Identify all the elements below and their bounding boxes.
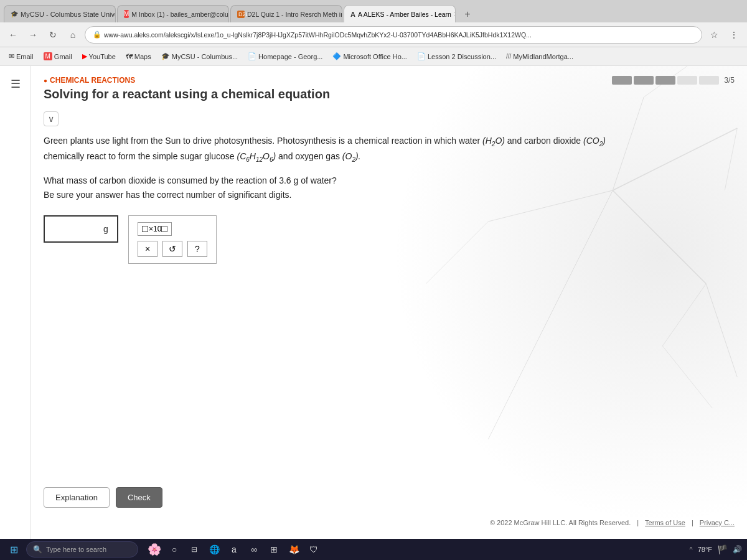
footer-privacy-link[interactable]: Privacy C... bbox=[700, 519, 735, 526]
bookmark-email[interactable]: ✉ Email bbox=[5, 51, 37, 62]
answer-section: g ×10 × ↺ ? bbox=[44, 215, 735, 264]
mymidland-icon: /// bbox=[506, 53, 511, 60]
taskbar-chevron[interactable]: ^ bbox=[689, 546, 692, 553]
tab-label-gmail: M Inbox (1) - bailes_amber@colum bbox=[131, 11, 229, 18]
mycsu-icon: 🎓 bbox=[161, 52, 170, 60]
tab-close-aleks[interactable]: ✕ bbox=[454, 11, 456, 17]
tab-label-d2l: D2L Quiz 1 - Intro Resrch Meth in Cl bbox=[247, 11, 342, 18]
bookmark-email-label: Email bbox=[16, 53, 34, 60]
footer-terms-link[interactable]: Terms of Use bbox=[645, 519, 685, 526]
help-button[interactable]: ? bbox=[187, 241, 207, 257]
taskbar-item-infinity[interactable]: ∞ bbox=[245, 541, 263, 558]
bookmarks-bar: ✉ Email M Gmail ▶ YouTube 🗺 Maps 🎓 MyCSU… bbox=[0, 47, 747, 66]
back-button[interactable]: ← bbox=[5, 27, 21, 43]
taskbar: ⊞ 🔍 Type here to search 🌸 ○ ⊟ 🌐 a ∞ ⊞ 🦊 … bbox=[0, 539, 747, 560]
bookmark-lesson2[interactable]: 📄 Lesson 2 Discussion... bbox=[413, 51, 500, 62]
tab-d2l[interactable]: D2L D2L Quiz 1 - Intro Resrch Meth in Cl… bbox=[230, 5, 342, 22]
answer-input-group: g bbox=[44, 215, 118, 243]
tab-bar: 🎓 MyCSU - Columbus State Univers ✕ M M I… bbox=[0, 0, 747, 22]
taskbar-item-edge[interactable]: 🌐 bbox=[205, 541, 223, 558]
question-line1: What mass of carbon dioxide is consumed … bbox=[44, 175, 337, 185]
tab-aleks[interactable]: A A ALEKS - Amber Bailes - Learn ✕ bbox=[344, 5, 456, 22]
tab-mycsu[interactable]: 🎓 MyCSU - Columbus State Univers ✕ bbox=[4, 5, 116, 22]
problem-text: Green plants use light from the Sun to d… bbox=[44, 134, 735, 165]
bookmark-mycsu-label: MyCSU - Columbus... bbox=[172, 53, 238, 60]
oxygen-formula: (O2). bbox=[342, 151, 361, 161]
answer-unit: g bbox=[103, 224, 108, 234]
footer-separator: | bbox=[637, 519, 639, 526]
svg-line-5 bbox=[706, 284, 737, 377]
refresh-button[interactable]: ↻ bbox=[45, 27, 61, 43]
bookmark-mycsu[interactable]: 🎓 MyCSU - Columbus... bbox=[157, 51, 242, 62]
taskbar-item-shield[interactable]: 🛡 bbox=[305, 541, 322, 558]
taskbar-search-box[interactable]: 🔍 Type here to search bbox=[26, 541, 138, 558]
email-icon: ✉ bbox=[9, 52, 14, 60]
homepage-icon: 📄 bbox=[248, 52, 256, 60]
water-formula: (H2O) bbox=[482, 136, 505, 146]
x10-button[interactable]: ×10 bbox=[138, 222, 172, 236]
section-label-text: CHEMICAL REACTIONS bbox=[50, 76, 135, 85]
tab-favicon-gmail: M bbox=[124, 10, 129, 18]
footer-separator2: | bbox=[692, 519, 693, 526]
bookmark-mymidland[interactable]: /// MyMidlandMortga... bbox=[502, 52, 577, 62]
bookmark-homepage[interactable]: 📄 Homepage - Georg... bbox=[244, 51, 326, 62]
check-button[interactable]: Check bbox=[116, 487, 162, 508]
bookmark-maps-label: Maps bbox=[134, 53, 151, 60]
progress-seg-5 bbox=[699, 76, 719, 85]
bookmark-lesson2-label: Lesson 2 Discussion... bbox=[428, 53, 496, 60]
taskbar-item-circle[interactable]: ○ bbox=[166, 541, 183, 558]
taskbar-item-animal[interactable]: 🦊 bbox=[285, 541, 303, 558]
url-bar[interactable]: 🔒 www-awu.aleks.com/alekscgi/x/lsl.exe/1… bbox=[85, 26, 702, 44]
youtube-icon: ▶ bbox=[82, 52, 87, 60]
tab-favicon-d2l: D2L bbox=[237, 11, 245, 18]
taskbar-items: 🌸 ○ ⊟ 🌐 a ∞ ⊞ 🦊 🛡 bbox=[146, 541, 322, 558]
undo-button[interactable]: ↺ bbox=[162, 241, 182, 257]
bookmark-youtube-label: YouTube bbox=[89, 53, 116, 60]
bookmark-mymidland-label: MyMidlandMortga... bbox=[513, 53, 573, 60]
problem-line1: Green plants use light from the Sun to d… bbox=[44, 136, 482, 146]
windows-start-button[interactable]: ⊞ bbox=[5, 541, 22, 558]
forward-button[interactable]: → bbox=[25, 27, 41, 43]
bookmark-homepage-label: Homepage - Georg... bbox=[258, 53, 322, 60]
question-text: What mass of carbon dioxide is consumed … bbox=[44, 174, 735, 203]
explanation-button[interactable]: Explanation bbox=[44, 487, 110, 508]
new-tab-button[interactable]: + bbox=[459, 6, 476, 22]
tab-favicon-mycsu: 🎓 bbox=[11, 11, 18, 18]
page-title: Solving for a reactant using a chemical … bbox=[44, 87, 735, 101]
progress-seg-2 bbox=[634, 76, 654, 85]
maps-icon: 🗺 bbox=[126, 53, 133, 60]
taskbar-item-flower[interactable]: 🌸 bbox=[146, 541, 163, 558]
svg-line-8 bbox=[662, 346, 712, 408]
collapse-button[interactable]: ∨ bbox=[44, 111, 59, 126]
bookmark-gmail-label: Gmail bbox=[54, 53, 72, 60]
lesson2-icon: 📄 bbox=[417, 52, 426, 60]
tab-label-aleks: A ALEKS - Amber Bailes - Learn bbox=[358, 11, 451, 18]
bookmark-button[interactable]: ☆ bbox=[706, 27, 722, 43]
svg-line-7 bbox=[662, 284, 706, 346]
bookmark-maps[interactable]: 🗺 Maps bbox=[122, 52, 155, 62]
footer-copyright: © 2022 McGraw Hill LLC. All Rights Reser… bbox=[490, 519, 631, 526]
bookmark-gmail[interactable]: M Gmail bbox=[40, 51, 76, 62]
progress-bar-container: 3/5 bbox=[612, 76, 735, 85]
tab-label-mycsu: MyCSU - Columbus State Univers bbox=[21, 11, 116, 18]
svg-line-6 bbox=[488, 315, 550, 439]
home-button[interactable]: ⌂ bbox=[65, 27, 81, 43]
math-tool-row-1: ×10 bbox=[138, 222, 207, 236]
and-carbon-dioxide: and carbon dioxide bbox=[507, 136, 583, 146]
bookmark-youtube[interactable]: ▶ YouTube bbox=[78, 51, 120, 62]
taskbar-speaker[interactable]: 🔊 bbox=[733, 545, 742, 554]
taskbar-item-windows-grid[interactable]: ⊞ bbox=[265, 541, 283, 558]
msoffice-icon: 🔷 bbox=[332, 52, 341, 60]
taskbar-item-letter-a[interactable]: a bbox=[225, 541, 243, 558]
address-bar: ← → ↻ ⌂ 🔒 www-awu.aleks.com/alekscgi/x/l… bbox=[0, 22, 747, 47]
answer-input[interactable] bbox=[50, 223, 100, 235]
taskbar-search-text: Type here to search bbox=[46, 546, 106, 553]
sidebar-menu-icon[interactable]: ☰ bbox=[6, 72, 26, 96]
taskbar-item-window[interactable]: ⊟ bbox=[186, 541, 203, 558]
bookmark-msoffice[interactable]: 🔷 Microsoft Office Ho... bbox=[329, 51, 411, 62]
tab-gmail[interactable]: M M Inbox (1) - bailes_amber@colum ✕ bbox=[117, 5, 229, 22]
multiply-button[interactable]: × bbox=[138, 241, 157, 257]
extensions-button[interactable]: ⋮ bbox=[726, 27, 742, 43]
search-icon: 🔍 bbox=[33, 545, 42, 554]
progress-label: 3/5 bbox=[724, 76, 735, 85]
